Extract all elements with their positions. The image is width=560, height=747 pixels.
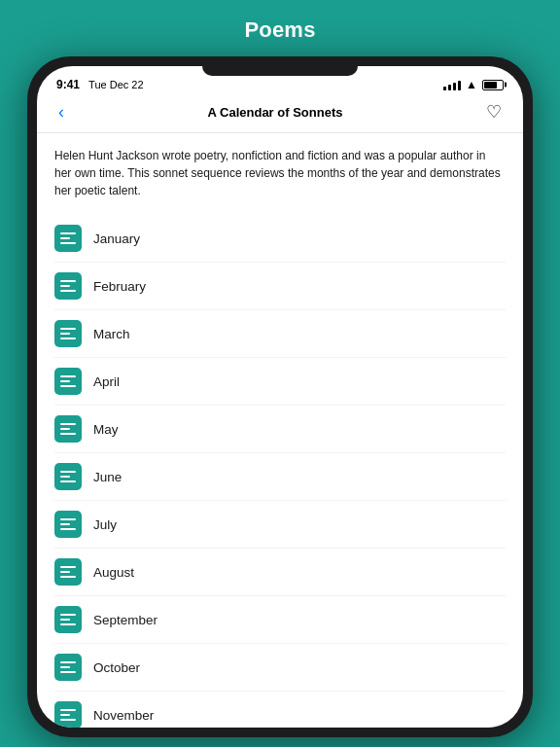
book-description: Helen Hunt Jackson wrote poetry, nonfict… (54, 147, 506, 199)
month-icon (54, 272, 82, 300)
month-icon (54, 558, 82, 586)
nav-bar: ‹ A Calendar of Sonnets ♡ (37, 95, 523, 133)
battery-icon (482, 80, 504, 90)
status-date: Tue Dec 22 (88, 79, 143, 90)
list-item[interactable]: June (54, 453, 506, 501)
month-label: January (93, 231, 140, 246)
back-button[interactable]: ‹ (52, 100, 70, 124)
month-icon (54, 415, 82, 443)
nav-title: A Calendar of Sonnets (70, 105, 480, 120)
month-icon (54, 606, 82, 633)
list-item[interactable]: October (54, 644, 506, 692)
favorite-button[interactable]: ♡ (480, 99, 508, 124)
month-icon (54, 320, 82, 347)
list-item[interactable]: March (54, 310, 506, 358)
month-label: June (93, 470, 122, 484)
month-label: April (93, 374, 120, 389)
month-icon (54, 463, 82, 490)
list-item[interactable]: August (54, 549, 506, 596)
month-icon (54, 225, 82, 252)
page-title-bar: Poems (0, 0, 560, 56)
month-label: March (93, 327, 130, 341)
list-item[interactable]: November (54, 692, 506, 728)
list-item[interactable]: April (54, 358, 506, 406)
month-list: January February March (54, 215, 506, 728)
list-item[interactable]: May (54, 406, 506, 453)
device-frame: 9:41 Tue Dec 22 ▲ ‹ A Calendar of Sonnet… (27, 56, 533, 737)
status-bar-left: 9:41 Tue Dec 22 (56, 78, 144, 91)
month-icon (54, 511, 82, 538)
signal-icon (443, 79, 461, 90)
device-notch (202, 66, 358, 76)
month-label: February (93, 279, 146, 294)
month-icon (54, 368, 82, 395)
page-title: Poems (244, 18, 315, 43)
month-label: August (93, 565, 134, 580)
month-label: May (93, 422, 119, 437)
month-label: July (93, 517, 117, 532)
month-label: October (93, 660, 140, 675)
list-item[interactable]: February (54, 263, 506, 310)
month-icon (54, 701, 82, 728)
status-icons: ▲ (443, 78, 504, 91)
wifi-icon: ▲ (466, 78, 477, 91)
month-label: September (93, 613, 158, 627)
list-item[interactable]: January (54, 215, 506, 263)
content-area: Helen Hunt Jackson wrote poetry, nonfict… (37, 133, 523, 728)
device-screen: 9:41 Tue Dec 22 ▲ ‹ A Calendar of Sonnet… (37, 66, 523, 728)
month-label: November (93, 708, 154, 723)
list-item[interactable]: September (54, 596, 506, 644)
list-item[interactable]: July (54, 501, 506, 549)
status-time: 9:41 (56, 78, 80, 91)
month-icon (54, 654, 82, 681)
